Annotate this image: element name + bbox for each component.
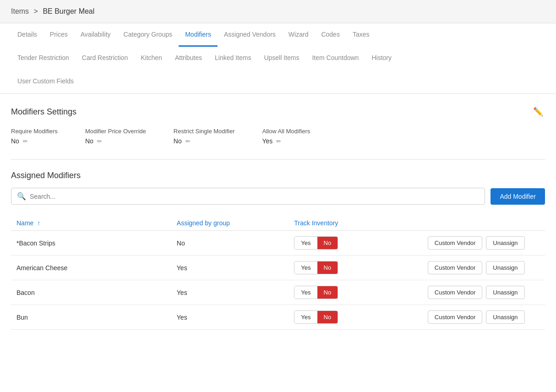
custom-vendor-button[interactable]: Custom Vendor [428,286,483,299]
pencil-icon: ✏️ [533,107,543,116]
modifier-track-inventory: Yes No [289,256,422,280]
edit-restrict-single-modifier-icon[interactable]: ✏ [185,138,191,145]
setting-label-allow-all-modifiers: Allow All Modifiers [262,128,310,135]
yes-no-group: Yes No [294,261,338,274]
tab-codes[interactable]: Codes [315,23,346,47]
tab-assigned-vendors[interactable]: Assigned Vendors [218,23,282,47]
modifiers-settings-title: Modifiers Settings [11,107,76,117]
modifier-track-inventory: Yes No [289,231,422,256]
modifier-track-inventory: Yes No [289,305,422,330]
edit-require-modifiers-icon[interactable]: ✏ [23,138,28,145]
tab-modifiers[interactable]: Modifiers [179,23,218,47]
breadcrumb: Items > BE Burger Meal [11,7,545,16]
yes-button[interactable]: Yes [294,286,317,299]
breadcrumb-separator: > [34,7,38,15]
yes-button[interactable]: Yes [294,311,317,323]
table-row: Bun Yes Yes No Custom Vendor Unassign [11,305,545,330]
allow-all-modifiers-value: Yes [262,137,273,145]
modifier-assigned-by-group: Yes [171,280,289,305]
setting-modifier-price-override: Modifier Price Override No ✏ [85,128,146,145]
yes-button[interactable]: Yes [294,237,317,249]
unassign-button[interactable]: Unassign [486,236,524,250]
setting-restrict-single-modifier: Restrict Single Modifier No ✏ [174,128,235,145]
modifiers-settings-section: Modifiers Settings ✏️ Require Modifiers … [11,105,545,145]
modifier-actions: Custom Vendor Unassign [422,256,545,280]
modifier-actions: Custom Vendor Unassign [422,231,545,256]
tab-availability[interactable]: Availability [74,23,117,47]
modifier-name: Bacon [11,280,171,305]
setting-allow-all-modifiers: Allow All Modifiers Yes ✏ [262,128,310,145]
no-button[interactable]: No [317,311,338,323]
restrict-single-modifier-value: No [174,137,182,145]
col-header-name[interactable]: Name ↑ [11,216,171,231]
search-input[interactable] [30,193,479,200]
tab-tender-restriction[interactable]: Tender Restriction [11,47,76,70]
setting-value-restrict-single-modifier: No ✏ [174,137,235,145]
modifier-name: *Bacon Strips [11,231,171,256]
setting-label-restrict-single-modifier: Restrict Single Modifier [174,128,235,135]
assigned-modifiers-section: Assigned Modifiers 🔍 Add Modifier Name ↑… [11,171,545,330]
header-bar: Items > BE Burger Meal [0,0,556,23]
tab-prices[interactable]: Prices [44,23,74,47]
tab-history[interactable]: History [365,47,398,70]
modifier-name: Bun [11,305,171,330]
no-button[interactable]: No [317,261,338,274]
tab-details[interactable]: Details [11,23,44,47]
edit-modifier-price-override-icon[interactable]: ✏ [97,138,102,145]
tab-linked-items[interactable]: Linked Items [208,47,257,70]
yes-no-group: Yes No [294,286,338,299]
modifiers-table: Name ↑ Assigned by group Track Inventory… [11,216,545,330]
modifiers-settings-header: Modifiers Settings ✏️ [11,105,545,119]
breadcrumb-current: BE Burger Meal [43,7,94,15]
modifier-price-override-value: No [85,137,93,145]
custom-vendor-button[interactable]: Custom Vendor [428,236,483,250]
tab-user-custom-fields[interactable]: User Custom Fields [11,70,80,93]
unassign-button[interactable]: Unassign [486,261,524,274]
unassign-button[interactable]: Unassign [486,286,524,299]
yes-button[interactable]: Yes [294,261,317,274]
col-name-label: Name [16,219,33,227]
search-icon: 🔍 [17,192,26,201]
tab-taxes[interactable]: Taxes [346,23,376,47]
modifier-assigned-by-group: Yes [171,305,289,330]
table-row: *Bacon Strips No Yes No Custom Vendor Un… [11,231,545,256]
tab-wizard[interactable]: Wizard [282,23,315,47]
modifier-actions: Custom Vendor Unassign [422,280,545,305]
require-modifiers-value: No [11,137,19,145]
tab-category-groups[interactable]: Category Groups [117,23,179,47]
tabs-container: Details Prices Availability Category Gro… [0,23,556,94]
modifier-name: American Cheese [11,256,171,280]
custom-vendor-button[interactable]: Custom Vendor [428,310,483,324]
setting-label-modifier-price-override: Modifier Price Override [85,128,146,135]
setting-value-modifier-price-override: No ✏ [85,137,146,145]
search-bar: 🔍 Add Modifier [11,188,545,205]
yes-no-group: Yes No [294,236,338,250]
sort-icon: ↑ [37,219,40,227]
tabs-row-3: User Custom Fields [11,70,545,93]
modifier-track-inventory: Yes No [289,280,422,305]
modifier-assigned-by-group: No [171,231,289,256]
tab-card-restriction[interactable]: Card Restriction [76,47,134,70]
tab-upsell-items[interactable]: Upsell Items [257,47,305,70]
table-row: American Cheese Yes Yes No Custom Vendor… [11,256,545,280]
tab-kitchen[interactable]: Kitchen [134,47,169,70]
modifier-actions: Custom Vendor Unassign [422,305,545,330]
modifiers-settings-grid: Require Modifiers No ✏ Modifier Price Ov… [11,128,545,145]
table-row: Bacon Yes Yes No Custom Vendor Unassign [11,280,545,305]
col-header-actions [422,216,545,231]
tab-attributes[interactable]: Attributes [169,47,208,70]
tab-item-countdown[interactable]: Item Countdown [305,47,365,70]
edit-allow-all-modifiers-icon[interactable]: ✏ [276,138,281,145]
content: Modifiers Settings ✏️ Require Modifiers … [0,94,556,341]
custom-vendor-button[interactable]: Custom Vendor [428,261,483,274]
assigned-modifiers-title: Assigned Modifiers [11,171,545,180]
edit-modifiers-settings-button[interactable]: ✏️ [531,105,545,119]
tabs-row-2: Tender Restriction Card Restriction Kitc… [11,47,545,70]
no-button[interactable]: No [317,286,338,299]
breadcrumb-parent[interactable]: Items [11,7,29,15]
add-modifier-button[interactable]: Add Modifier [491,188,545,205]
col-header-track-inventory: Track Inventory [289,216,422,231]
modifier-assigned-by-group: Yes [171,256,289,280]
unassign-button[interactable]: Unassign [486,310,524,324]
no-button[interactable]: No [317,237,338,249]
